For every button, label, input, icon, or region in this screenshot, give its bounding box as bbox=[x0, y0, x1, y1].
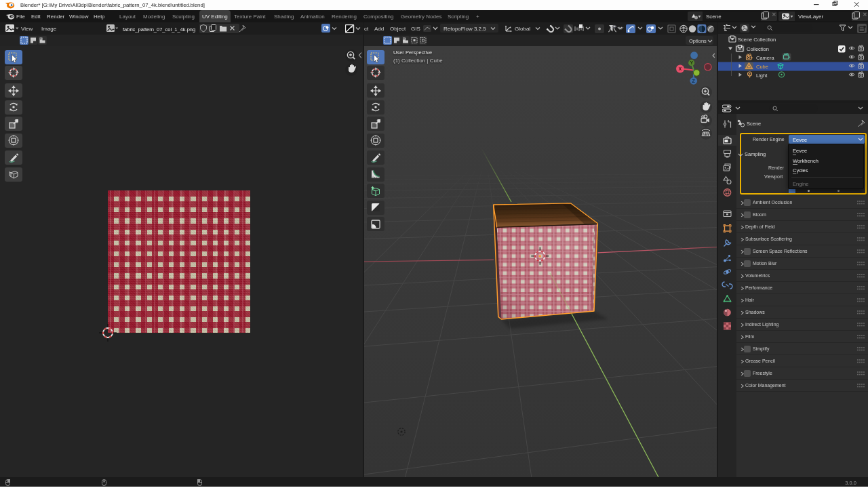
svg-text:Cube: Cube bbox=[756, 64, 768, 70]
svg-text:ViewLayer: ViewLayer bbox=[798, 14, 824, 20]
svg-text:Scene: Scene bbox=[706, 14, 722, 20]
svg-text:Camera: Camera bbox=[756, 55, 775, 61]
svg-text:X: X bbox=[679, 66, 682, 71]
svg-text:Z: Z bbox=[692, 79, 696, 83]
svg-text:Scene Collection: Scene Collection bbox=[738, 37, 776, 43]
svg-text:Y: Y bbox=[690, 60, 694, 65]
svg-text:Collection: Collection bbox=[747, 46, 769, 52]
svg-text:Light: Light bbox=[756, 73, 768, 79]
